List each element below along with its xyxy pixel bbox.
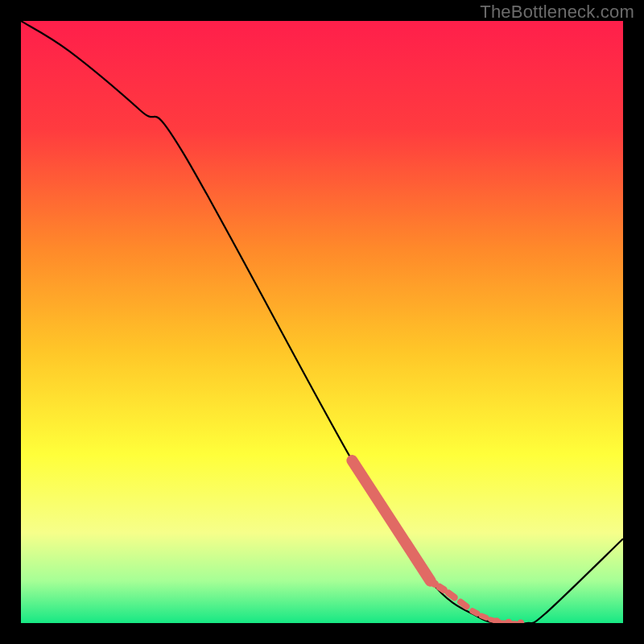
svg-line-7 — [481, 616, 486, 617]
svg-line-2 — [431, 581, 436, 584]
svg-line-3 — [440, 587, 444, 590]
watermark-label: TheBottleneck.com — [480, 2, 634, 23]
chart-background — [21, 21, 623, 623]
svg-point-14 — [517, 620, 524, 627]
svg-point-13 — [505, 619, 512, 626]
bottleneck-chart — [0, 0, 644, 644]
chart-container: TheBottleneck.com — [0, 0, 644, 644]
svg-line-4 — [448, 593, 454, 598]
svg-line-6 — [473, 611, 477, 613]
svg-line-5 — [460, 602, 466, 607]
svg-point-12 — [493, 617, 500, 625]
